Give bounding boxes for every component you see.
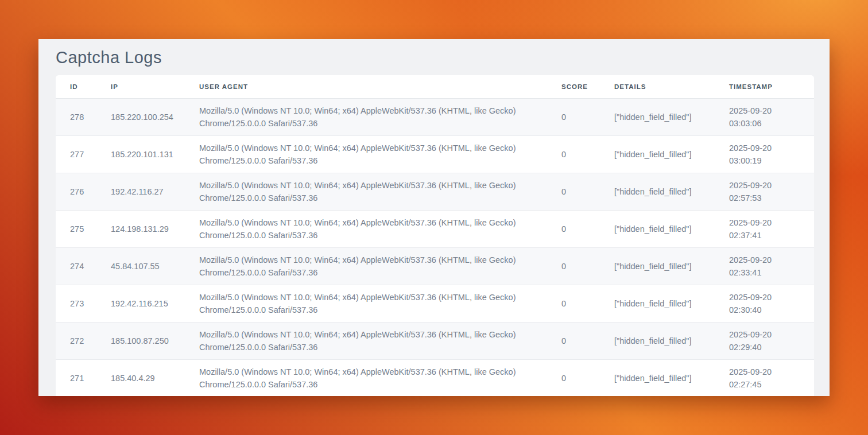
cell-id: 278 (56, 98, 96, 135)
cell-id: 276 (56, 173, 96, 210)
cell-score: 0 (547, 322, 600, 359)
cell-score: 0 (547, 173, 600, 210)
captcha-logs-card: Captcha Logs ID IP USER AGENT SCORE DETA… (38, 39, 830, 396)
cell-user-agent: Mozilla/5.0 (Windows NT 10.0; Win64; x64… (185, 247, 547, 285)
cell-timestamp: 2025-09-20 02:30:40 (715, 285, 814, 322)
cell-user-agent: Mozilla/5.0 (Windows NT 10.0; Win64; x64… (185, 135, 547, 173)
cell-timestamp: 2025-09-20 02:27:45 (715, 359, 814, 396)
cell-id: 275 (56, 210, 96, 247)
column-header-details: DETAILS (600, 75, 715, 98)
table-row: 277185.220.101.131Mozilla/5.0 (Windows N… (56, 135, 814, 173)
cell-timestamp: 2025-09-20 03:03:06 (715, 98, 814, 135)
cell-id: 274 (56, 247, 96, 285)
table-row: 27445.84.107.55Mozilla/5.0 (Windows NT 1… (56, 247, 814, 285)
cell-ip: 192.42.116.215 (96, 285, 185, 322)
log-table-container: ID IP USER AGENT SCORE DETAILS TIMESTAMP… (56, 75, 814, 396)
cell-user-agent: Mozilla/5.0 (Windows NT 10.0; Win64; x64… (185, 210, 547, 247)
log-table-body: 278185.220.100.254Mozilla/5.0 (Windows N… (56, 98, 814, 396)
cell-ip: 185.220.101.131 (96, 135, 185, 173)
cell-timestamp: 2025-09-20 02:33:41 (715, 247, 814, 285)
cell-ip: 185.40.4.29 (96, 359, 185, 396)
cell-user-agent: Mozilla/5.0 (Windows NT 10.0; Win64; x64… (185, 322, 547, 359)
column-header-id: ID (56, 75, 96, 98)
page-background: { "page": { "title": "Captcha Logs" }, "… (0, 0, 868, 435)
cell-details: ["hidden_field_filled"] (600, 322, 715, 359)
cell-id: 277 (56, 135, 96, 173)
cell-score: 0 (547, 98, 600, 135)
cell-timestamp: 2025-09-20 02:37:41 (715, 210, 814, 247)
table-row: 276192.42.116.27Mozilla/5.0 (Windows NT … (56, 173, 814, 210)
cell-ip: 124.198.131.29 (96, 210, 185, 247)
page-title: Captcha Logs (38, 39, 830, 75)
cell-details: ["hidden_field_filled"] (600, 98, 715, 135)
cell-user-agent: Mozilla/5.0 (Windows NT 10.0; Win64; x64… (185, 359, 547, 396)
cell-id: 272 (56, 322, 96, 359)
cell-timestamp: 2025-09-20 03:00:19 (715, 135, 814, 173)
cell-details: ["hidden_field_filled"] (600, 247, 715, 285)
cell-score: 0 (547, 359, 600, 396)
table-row: 273192.42.116.215Mozilla/5.0 (Windows NT… (56, 285, 814, 322)
cell-details: ["hidden_field_filled"] (600, 285, 715, 322)
cell-timestamp: 2025-09-20 02:57:53 (715, 173, 814, 210)
column-header-ip: IP (96, 75, 185, 98)
cell-details: ["hidden_field_filled"] (600, 210, 715, 247)
cell-score: 0 (547, 247, 600, 285)
cell-score: 0 (547, 135, 600, 173)
table-row: 278185.220.100.254Mozilla/5.0 (Windows N… (56, 98, 814, 135)
cell-score: 0 (547, 210, 600, 247)
cell-ip: 185.100.87.250 (96, 322, 185, 359)
cell-ip: 45.84.107.55 (96, 247, 185, 285)
cell-user-agent: Mozilla/5.0 (Windows NT 10.0; Win64; x64… (185, 173, 547, 210)
cell-score: 0 (547, 285, 600, 322)
log-table-header: ID IP USER AGENT SCORE DETAILS TIMESTAMP (56, 75, 814, 98)
cell-ip: 192.42.116.27 (96, 173, 185, 210)
cell-user-agent: Mozilla/5.0 (Windows NT 10.0; Win64; x64… (185, 285, 547, 322)
cell-id: 271 (56, 359, 96, 396)
column-header-score: SCORE (547, 75, 600, 98)
cell-details: ["hidden_field_filled"] (600, 173, 715, 210)
cell-user-agent: Mozilla/5.0 (Windows NT 10.0; Win64; x64… (185, 98, 547, 135)
cell-details: ["hidden_field_filled"] (600, 359, 715, 396)
column-header-timestamp: TIMESTAMP (715, 75, 814, 98)
log-table: ID IP USER AGENT SCORE DETAILS TIMESTAMP… (56, 75, 814, 396)
table-row: 272185.100.87.250Mozilla/5.0 (Windows NT… (56, 322, 814, 359)
table-row: 275124.198.131.29Mozilla/5.0 (Windows NT… (56, 210, 814, 247)
cell-ip: 185.220.100.254 (96, 98, 185, 135)
table-row: 271185.40.4.29Mozilla/5.0 (Windows NT 10… (56, 359, 814, 396)
column-header-user-agent: USER AGENT (185, 75, 547, 98)
cell-id: 273 (56, 285, 96, 322)
cell-details: ["hidden_field_filled"] (600, 135, 715, 173)
cell-timestamp: 2025-09-20 02:29:40 (715, 322, 814, 359)
